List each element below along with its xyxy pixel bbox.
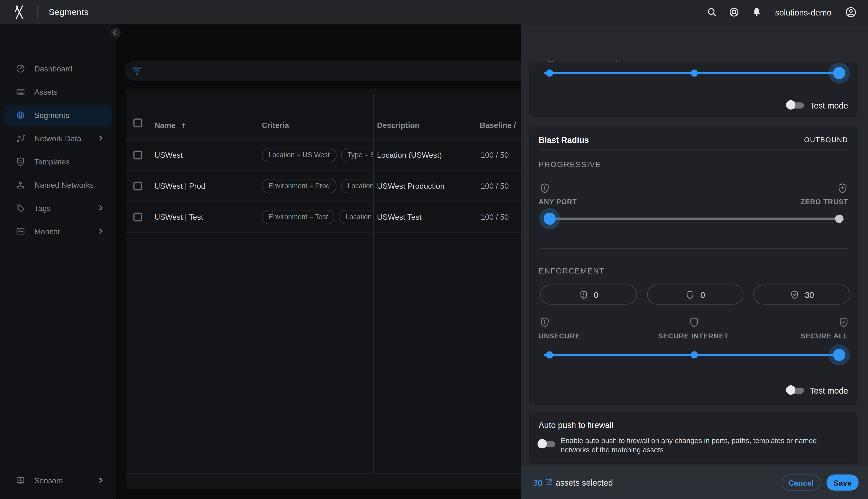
sidebar-item-label: Named Networks <box>34 181 94 190</box>
cancel-button[interactable]: Cancel <box>782 475 820 490</box>
sidebar-item-segments[interactable]: Segments <box>4 105 112 126</box>
column-divider[interactable] <box>373 94 374 474</box>
shield-icon <box>689 317 700 328</box>
sidebar-item-tags[interactable]: Tags <box>4 198 112 219</box>
templates-icon <box>15 157 25 167</box>
count-value: 0 <box>594 290 598 300</box>
dashboard-icon <box>15 64 25 74</box>
row-checkbox[interactable] <box>134 213 142 222</box>
sidebar-collapse-button[interactable] <box>111 28 121 38</box>
enforcement-label: ENFORCEMENT <box>538 266 605 275</box>
cell-name: USWest | Test <box>154 202 203 233</box>
cell-name: USWest | Prod <box>154 171 206 202</box>
save-button[interactable]: Save <box>827 475 859 490</box>
auto-push-card: Auto push to firewall Enable auto push t… <box>530 413 857 463</box>
slider-stop-unsecure[interactable] <box>546 70 554 77</box>
slider-stop-secure-internet[interactable] <box>691 351 698 358</box>
sort-asc-icon <box>179 121 188 129</box>
help-lifering-icon[interactable] <box>729 7 740 18</box>
cell-baseline: 100 / 50 <box>481 139 509 171</box>
row-checkbox[interactable] <box>134 182 142 191</box>
sidebar-item-dashboard[interactable]: Dashboard <box>4 58 112 79</box>
chevron-right-icon <box>97 477 103 483</box>
sidebar-item-assets[interactable]: Assets <box>4 81 112 102</box>
slider-thumb[interactable] <box>833 349 845 361</box>
count-value: 30 <box>805 290 814 300</box>
cell-description: USWest Production <box>377 171 445 202</box>
column-header-description[interactable]: Description <box>377 118 420 133</box>
sidebar-item-label: Templates <box>34 157 70 166</box>
app-logo <box>11 4 28 20</box>
assets-count: 30 <box>533 477 542 487</box>
sidebar-item-monitor[interactable]: Monitor <box>4 221 112 242</box>
sidebar-item-label: Sensors <box>34 476 63 485</box>
slider-thumb[interactable] <box>544 213 556 225</box>
slider-stop-unsecure[interactable] <box>546 351 554 358</box>
blast-radius-slider[interactable] <box>544 213 844 225</box>
test-mode-toggle[interactable] <box>786 386 805 395</box>
sidebar-item-label: Monitor <box>34 227 60 236</box>
table-row[interactable]: USWest Location = US West Type = Server … <box>126 139 521 171</box>
test-mode-control: Test mode <box>786 100 848 110</box>
column-header-criteria[interactable]: Criteria <box>262 118 289 133</box>
top-bar: Segments solutions-demo <box>0 0 868 24</box>
unsecure-count-button[interactable]: 0 <box>540 284 637 304</box>
sidebar: Dashboard Assets Segments Network Data T… <box>0 24 116 499</box>
user-avatar-icon[interactable] <box>845 6 857 18</box>
zero-trust-label: ZERO TRUST <box>801 198 848 206</box>
slider-stop-secure-internet[interactable] <box>691 70 698 77</box>
cell-baseline: 100 / 50 <box>481 202 509 233</box>
shield-check-icon <box>790 290 799 300</box>
select-all-checkbox[interactable] <box>134 119 142 127</box>
chevron-right-icon <box>97 135 103 141</box>
column-header-name[interactable]: Name <box>154 118 188 133</box>
chevron-left-icon <box>113 30 119 36</box>
secure-all-label: SECURE ALL <box>801 332 848 340</box>
enforcement-buttons: 0 0 30 <box>540 284 850 304</box>
sidebar-item-named-networks[interactable]: Named Networks <box>4 174 112 195</box>
outbound-enforcement-slider[interactable] <box>544 349 844 361</box>
slider-thumb[interactable] <box>833 67 845 79</box>
table-row[interactable]: USWest | Prod Environment = Prod Locatio… <box>126 171 521 202</box>
column-header-baseline[interactable]: Baseline / <box>480 118 516 133</box>
chevron-right-icon <box>97 205 103 211</box>
cell-criteria: Environment = Test Location = US West <box>262 202 373 233</box>
slider-end-stop[interactable] <box>835 215 843 223</box>
inbound-enforcement-slider[interactable] <box>544 67 844 79</box>
cell-criteria: Location = US West Type = Server <box>262 139 373 171</box>
criteria-chip: Location = US West <box>341 179 373 193</box>
sidebar-item-label: Network Data <box>34 134 82 143</box>
criteria-chip: Type = Server <box>341 148 373 162</box>
slider-track[interactable] <box>544 218 844 220</box>
network-data-icon <box>15 133 25 143</box>
cell-description: USWest Test <box>377 202 422 233</box>
sidebar-item-sensors[interactable]: Sensors <box>4 470 112 491</box>
test-mode-label: Test mode <box>810 100 848 110</box>
cell-description: Location (USWest) <box>377 139 442 171</box>
sidebar-item-settings[interactable]: Settings <box>4 494 112 499</box>
table-row[interactable]: USWest | Test Environment = Test Locatio… <box>126 202 521 233</box>
test-mode-toggle[interactable] <box>786 100 805 110</box>
search-icon[interactable] <box>706 7 718 18</box>
secure-all-count-button[interactable]: 30 <box>754 284 850 304</box>
filter-icon[interactable] <box>132 67 142 75</box>
sidebar-item-label: Tags <box>34 204 51 213</box>
auto-push-title: Auto push to firewall <box>538 420 613 430</box>
auto-push-description: Enable auto push to firewall on any chan… <box>561 436 847 455</box>
policy-automation-panel: Policy Automation Test mode Blast Radius… <box>521 24 868 499</box>
criteria-chip: Location = US West <box>262 148 336 162</box>
secure-internet-count-button[interactable]: 0 <box>647 284 744 304</box>
sidebar-item-templates[interactable]: Templates <box>4 151 112 172</box>
shield-icon <box>685 290 695 300</box>
notifications-bell-icon[interactable] <box>751 7 762 18</box>
shield-alert-icon <box>539 317 550 328</box>
assets-selected-link[interactable]: 30 <box>533 477 552 487</box>
panel-footer: 30 assets selected Cancel Save <box>521 465 868 499</box>
row-checkbox[interactable] <box>134 151 142 160</box>
shield-star-icon <box>837 183 848 194</box>
criteria-chip: Location = US West <box>339 210 373 224</box>
sidebar-item-network-data[interactable]: Network Data <box>4 128 112 149</box>
page-title: Segments <box>49 0 89 24</box>
current-user[interactable]: solutions-demo <box>775 0 832 24</box>
blast-radius-card: Blast Radius OUTBOUND PROGRESSIVE ANY PO… <box>530 126 857 404</box>
